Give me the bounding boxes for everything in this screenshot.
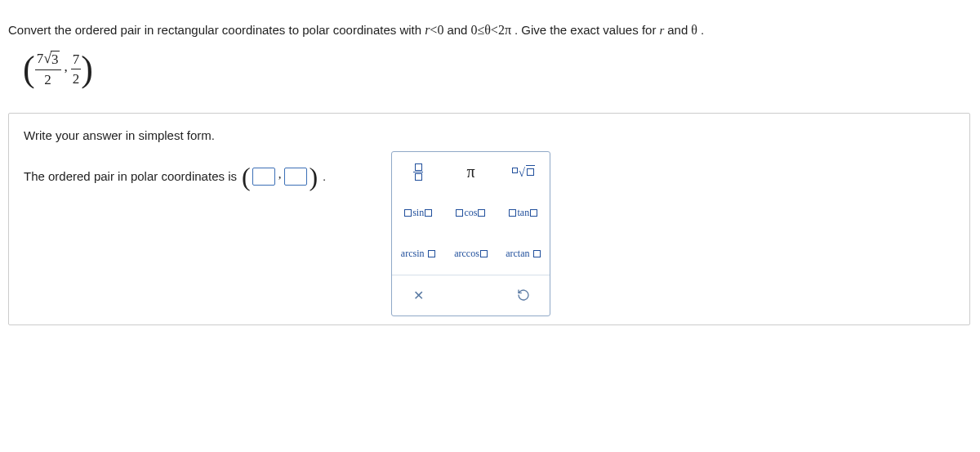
var-theta: θ — [691, 23, 697, 38]
tool-arcsin[interactable]: arcsin — [392, 234, 444, 275]
close-icon: ✕ — [413, 288, 424, 303]
ordered-pair: ( 7√3 2 , 7 2 ) — [23, 51, 972, 88]
answer-instruction: Write your answer in simplest form. — [24, 128, 955, 142]
ans-comma: , — [277, 168, 283, 185]
question-tail: . Give the exact values for — [514, 23, 656, 37]
tool-sin[interactable]: sin — [392, 193, 444, 234]
pair-comma: , — [61, 59, 71, 80]
tool-pi[interactable]: π — [444, 152, 497, 193]
answer-input-pair: ( , ) — [242, 163, 318, 190]
tool-fraction[interactable] — [392, 152, 444, 193]
y-fraction: 7 2 — [71, 51, 82, 87]
answer-panel: Write your answer in simplest form. The … — [8, 113, 970, 325]
ans-right-paren: ) — [309, 163, 318, 190]
question-lead: Convert the ordered pair in rectangular … — [8, 23, 421, 37]
tool-cos[interactable]: cos — [444, 193, 497, 234]
r-input[interactable] — [252, 168, 275, 186]
theta-input[interactable] — [284, 168, 307, 186]
tool-tan[interactable]: tan — [497, 193, 550, 234]
answer-label: The ordered pair in polar coordinates is — [24, 169, 237, 183]
math-tool-panel: π √ sin cos tan arcsin arccos arctan ✕ — [391, 151, 550, 316]
var-r: r — [659, 24, 664, 38]
tool-nth-root[interactable]: √ — [497, 152, 550, 193]
tool-arctan[interactable]: arctan — [497, 234, 550, 275]
answer-period: . — [323, 169, 326, 183]
ans-left-paren: ( — [242, 163, 251, 190]
reset-icon — [517, 289, 530, 302]
question-period: . — [701, 23, 704, 37]
question-text: Convert the ordered pair in rectangular … — [8, 23, 972, 38]
x-fraction: 7√3 2 — [35, 51, 61, 88]
cond-r: r<0 — [425, 23, 443, 38]
and2-text: and — [667, 23, 688, 37]
tool-clear[interactable]: ✕ — [392, 275, 444, 316]
right-paren: ) — [81, 51, 93, 87]
tool-arccos[interactable]: arccos — [444, 234, 497, 275]
tool-spacer — [444, 275, 497, 316]
left-paren: ( — [23, 51, 35, 87]
and-text: and — [447, 23, 467, 37]
tool-reset[interactable] — [497, 275, 550, 316]
cond-theta: 0≤θ<2π — [470, 23, 511, 38]
